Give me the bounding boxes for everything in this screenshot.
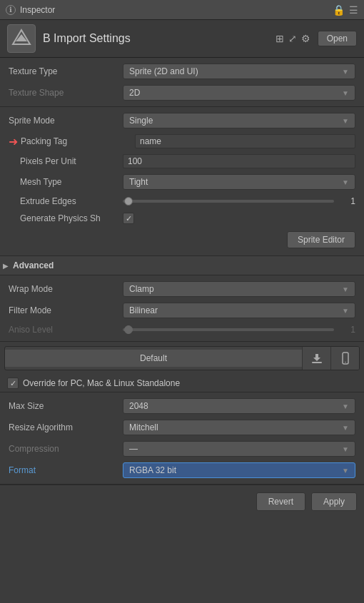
chevron-down-icon: ▼ xyxy=(342,424,349,432)
resize-algorithm-dropdown[interactable]: Mitchell ▼ xyxy=(123,420,355,435)
generate-physics-check[interactable] xyxy=(123,213,355,224)
advanced-section: Wrap Mode Clamp ▼ Filter Mode Bilinear ▼… xyxy=(0,275,364,342)
filter-mode-row: Filter Mode Bilinear ▼ xyxy=(7,300,357,321)
sprite-editor-button[interactable]: Sprite Editor xyxy=(287,231,355,248)
packing-tag-value[interactable] xyxy=(135,134,355,148)
pixels-per-unit-row: Pixels Per Unit xyxy=(7,151,357,171)
unity-logo xyxy=(7,24,36,53)
compression-label: Compression xyxy=(9,444,123,454)
title-bar-actions: 🔒 ☰ xyxy=(333,4,358,16)
layout-icon[interactable]: ⤢ xyxy=(288,33,297,44)
aniso-level-slider-track xyxy=(123,328,334,331)
sprite-mode-label: Sprite Mode xyxy=(9,116,123,126)
compression-value[interactable]: — ▼ xyxy=(123,441,355,457)
extrude-edges-row: Extrude Edges 1 xyxy=(7,193,357,210)
compression-row: Compression — ▼ xyxy=(7,438,357,460)
chevron-down-icon: ▼ xyxy=(342,402,349,410)
platform-bar: Default xyxy=(4,346,360,370)
override-checkbox[interactable] xyxy=(7,377,19,389)
extrude-edges-slider-track[interactable] xyxy=(123,200,334,203)
generate-physics-label: Generate Physics Sh xyxy=(9,213,123,223)
pixels-per-unit-label: Pixels Per Unit xyxy=(9,156,123,166)
import-title: B Import Settings xyxy=(43,32,268,45)
max-size-dropdown[interactable]: 2048 ▼ xyxy=(123,398,355,414)
chevron-down-icon: ▼ xyxy=(342,467,349,475)
pixels-per-unit-value[interactable] xyxy=(123,154,355,168)
menu-icon[interactable]: ☰ xyxy=(349,4,358,16)
mesh-type-value[interactable]: Tight ▼ xyxy=(123,174,355,190)
extrude-edges-slider-thumb[interactable] xyxy=(124,197,133,206)
texture-section: Texture Type Sprite (2D and UI) ▼ Textur… xyxy=(0,58,364,107)
max-size-value[interactable]: 2048 ▼ xyxy=(123,398,355,414)
chevron-down-icon: ▼ xyxy=(342,445,349,453)
import-actions: ⊞ ⤢ ⚙ xyxy=(275,33,310,44)
filter-mode-label: Filter Mode xyxy=(9,305,123,315)
title-bar: ℹ Inspector 🔒 ☰ xyxy=(0,0,364,20)
override-section: Max Size 2048 ▼ Resize Algorithm Mitchel… xyxy=(0,392,364,485)
wrap-mode-dropdown[interactable]: Clamp ▼ xyxy=(123,281,355,297)
format-label: Format xyxy=(9,465,123,475)
format-dropdown[interactable]: RGBA 32 bit ▼ xyxy=(123,462,355,478)
texture-shape-label: Texture Shape xyxy=(9,88,123,98)
texture-type-label: Texture Type xyxy=(9,66,123,76)
sprite-mode-row: Sprite Mode Single ▼ xyxy=(7,110,357,131)
wrap-mode-row: Wrap Mode Clamp ▼ xyxy=(7,278,357,300)
packing-tag-label: Packing Tag xyxy=(21,136,135,146)
wrap-mode-value[interactable]: Clamp ▼ xyxy=(123,281,355,297)
sprite-mode-dropdown[interactable]: Single ▼ xyxy=(123,113,355,128)
chevron-down-icon: ▼ xyxy=(342,68,349,76)
revert-button[interactable]: Revert xyxy=(256,492,305,511)
mesh-type-label: Mesh Type xyxy=(9,177,123,187)
aniso-level-value: 1 xyxy=(338,325,355,335)
packing-tag-input[interactable] xyxy=(135,134,355,148)
compression-dropdown[interactable]: — ▼ xyxy=(123,441,355,457)
mesh-type-row: Mesh Type Tight ▼ xyxy=(7,171,357,193)
wrap-mode-label: Wrap Mode xyxy=(9,284,123,294)
sprite-mode-value[interactable]: Single ▼ xyxy=(123,113,355,128)
content-area: Texture Type Sprite (2D and UI) ▼ Textur… xyxy=(0,58,364,603)
filter-mode-value[interactable]: Bilinear ▼ xyxy=(123,303,355,318)
open-button[interactable]: Open xyxy=(318,31,357,46)
packing-tag-arrow-icon: ➜ xyxy=(9,135,18,148)
format-row: Format RGBA 32 bit ▼ xyxy=(7,460,357,481)
texture-shape-row: Texture Shape 2D ▼ xyxy=(7,82,357,103)
aniso-level-row: Aniso Level 1 xyxy=(7,321,357,338)
platform-default-label[interactable]: Default xyxy=(5,350,302,367)
texture-shape-value[interactable]: 2D ▼ xyxy=(123,85,355,101)
gear-icon[interactable]: ⚙ xyxy=(301,33,310,44)
packing-tag-row: ➜ Packing Tag xyxy=(7,131,357,151)
aniso-level-slider-thumb xyxy=(124,325,133,334)
max-size-label: Max Size xyxy=(9,401,123,411)
pixels-per-unit-input[interactable] xyxy=(123,154,355,168)
svg-rect-2 xyxy=(312,362,322,363)
bottom-bar: Revert Apply xyxy=(0,485,364,518)
generate-physics-row: Generate Physics Sh xyxy=(7,210,357,227)
extrude-edges-slider[interactable]: 1 xyxy=(123,196,355,206)
lock-icon[interactable]: 🔒 xyxy=(333,4,345,16)
filter-mode-dropdown[interactable]: Bilinear ▼ xyxy=(123,303,355,318)
texture-type-value[interactable]: Sprite (2D and UI) ▼ xyxy=(123,64,355,79)
chevron-down-icon: ▼ xyxy=(342,307,349,315)
texture-type-row: Texture Type Sprite (2D and UI) ▼ xyxy=(7,61,357,82)
platform-download-icon[interactable] xyxy=(302,347,330,370)
apply-button[interactable]: Apply xyxy=(311,492,357,511)
svg-point-4 xyxy=(345,362,345,363)
chevron-down-icon: ▼ xyxy=(342,89,349,97)
override-label: Override for PC, Mac & Linux Standalone xyxy=(23,378,180,388)
sprite-section: Sprite Mode Single ▼ ➜ Packing Tag Pixel… xyxy=(0,107,364,256)
resize-algorithm-value[interactable]: Mitchell ▼ xyxy=(123,420,355,435)
chevron-down-icon: ▼ xyxy=(342,285,349,293)
max-size-row: Max Size 2048 ▼ xyxy=(7,395,357,417)
mesh-type-dropdown[interactable]: Tight ▼ xyxy=(123,174,355,190)
texture-type-dropdown[interactable]: Sprite (2D and UI) ▼ xyxy=(123,64,355,79)
generate-physics-checkbox[interactable] xyxy=(123,213,134,224)
aniso-level-label: Aniso Level xyxy=(9,325,123,335)
chevron-down-icon: ▼ xyxy=(342,178,349,186)
texture-shape-dropdown[interactable]: 2D ▼ xyxy=(123,85,355,101)
resize-algorithm-label: Resize Algorithm xyxy=(9,422,123,432)
platform-mobile-icon[interactable] xyxy=(330,347,359,370)
grid-icon[interactable]: ⊞ xyxy=(275,33,284,44)
title-bar-label: Inspector xyxy=(20,5,333,15)
format-value[interactable]: RGBA 32 bit ▼ xyxy=(123,462,355,478)
advanced-toggle[interactable]: ▶ Advanced xyxy=(0,256,364,275)
